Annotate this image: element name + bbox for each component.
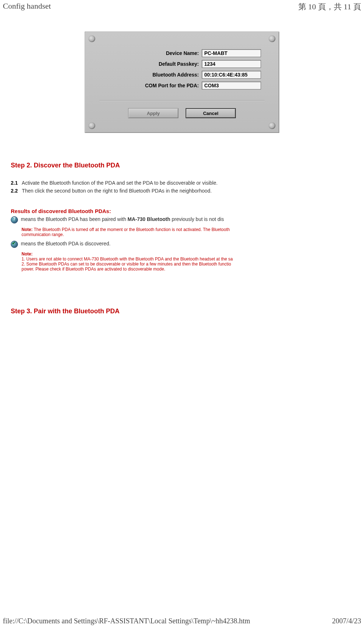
step-text: Then click the second button on the righ…	[22, 188, 211, 194]
com-port-input[interactable]	[202, 82, 261, 89]
step2-heading: Step 2. Discover the Bluetooth PDA	[11, 162, 353, 169]
bluetooth-address-input[interactable]	[202, 71, 261, 79]
default-passkey-label: Default Passkey:	[159, 61, 199, 67]
bluetooth-address-label: Bluetooth Address:	[153, 72, 199, 78]
file-path: file://C:\Documents and Settings\RF-ASSI…	[3, 617, 250, 625]
check-globe-icon	[11, 241, 18, 248]
step-2-2: 2.2 Then click the second button on the …	[11, 188, 353, 194]
device-name-input[interactable]	[202, 49, 261, 57]
config-dialog: Device Name: Default Passkey: Bluetooth …	[85, 32, 279, 133]
note-line: power. Please check if Bluetooth PDAs ar…	[22, 267, 165, 272]
rivet-icon	[269, 36, 275, 42]
question-globe-icon	[11, 216, 18, 223]
note-line: 2. Some Bluetooth PDAs can set to be dis…	[22, 262, 231, 267]
result-item-paired: means the Bluetooth PDA has been paired …	[11, 216, 353, 223]
step3-heading: Step 3. Pair with the Bluetooth PDA	[11, 308, 353, 315]
cancel-button[interactable]: Cancel	[186, 108, 236, 118]
page-counter: 第 10 頁，共 11 頁	[298, 1, 361, 12]
rivet-icon	[269, 123, 275, 129]
note-text: The Bluetooth PDA is turned off at the m…	[34, 227, 230, 232]
results-heading: Results of discovered Bluetooth PDAs:	[11, 208, 353, 214]
default-passkey-input[interactable]	[202, 60, 261, 68]
result-item-discovered: means the Bluetooth PDA is discovered.	[11, 241, 353, 248]
note-1: Note: The Bluetooth PDA is turned off at…	[22, 227, 353, 237]
rivet-icon	[89, 36, 95, 42]
result-text: means the Bluetooth PDA has been paired …	[21, 216, 224, 222]
rivet-icon	[89, 123, 95, 129]
step-text: Activate the Bluetooth function of the P…	[22, 180, 218, 186]
com-port-label: COM Port for the PDA:	[145, 83, 199, 88]
step-2-1: 2.1 Activate the Bluetooth function of t…	[11, 180, 353, 186]
divider	[99, 100, 265, 101]
page-title: Config handset	[3, 1, 51, 12]
result-text: means the Bluetooth PDA is discovered.	[21, 241, 111, 246]
footer-date: 2007/4/23	[332, 617, 361, 625]
note-label: Note:	[22, 227, 34, 232]
bold-text: MA-730 Bluetooth	[127, 216, 170, 222]
note-label: Note:	[22, 251, 33, 257]
note-line: 1. Users are not able to connect MA-730 …	[22, 257, 233, 262]
note-text: communication range.	[22, 232, 64, 237]
step-number: 2.1	[11, 180, 18, 186]
text: previously but is not dis	[170, 216, 224, 222]
step-number: 2.2	[11, 188, 18, 194]
note-2: Note: 1. Users are not able to connect M…	[22, 251, 353, 272]
text: means the Bluetooth PDA has been paired …	[21, 216, 127, 222]
device-name-label: Device Name:	[166, 50, 199, 56]
apply-button[interactable]: Apply	[128, 108, 178, 118]
